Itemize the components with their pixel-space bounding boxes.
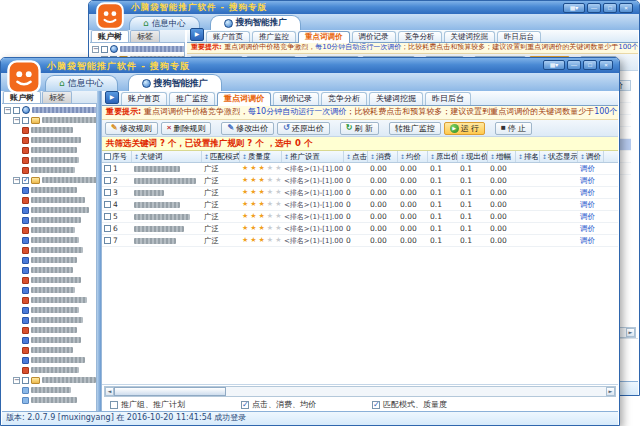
filter-checkbox[interactable]	[110, 401, 118, 409]
row-checkbox[interactable]	[104, 213, 111, 220]
table-row-1[interactable]: 1广泛★★★★★<排名>(1)-[1].00 …00.000.000.10.10…	[102, 163, 618, 175]
tree-item-account[interactable]: −	[90, 44, 184, 54]
table-row-4[interactable]: 4广泛★★★★★<排名>(1)-[1].00 …00.000.000.10.10…	[102, 199, 618, 211]
adjust-price-link[interactable]: 调价	[580, 200, 595, 210]
column-header-1[interactable]: ↕关键词	[132, 151, 202, 162]
tree-item-keyword[interactable]	[2, 275, 96, 285]
nav-arrow-button[interactable]: ▶	[105, 91, 119, 104]
tree-item-keyword[interactable]	[2, 215, 96, 225]
close-button[interactable]: ×	[619, 3, 633, 13]
tree-expander-icon[interactable]: −	[92, 46, 99, 53]
horizontal-scrollbar[interactable]: ◄ ►	[104, 386, 616, 397]
tree-item-account[interactable]: −	[2, 105, 96, 115]
tree-item-campaign[interactable]: −	[2, 175, 96, 185]
scroll-right-icon[interactable]: ►	[606, 387, 615, 396]
subtab-3[interactable]: 调价记录	[273, 92, 319, 105]
tree-item-keyword[interactable]	[2, 135, 96, 145]
subtab-6[interactable]: 昨日后台	[425, 92, 471, 105]
tree-checkbox[interactable]	[22, 177, 29, 184]
subtab-2[interactable]: 重点词调价	[217, 92, 271, 106]
toolbar-button-6[interactable]: ▶运 行	[444, 122, 485, 135]
minimize-button[interactable]: —	[567, 60, 581, 70]
adjust-price-link[interactable]: 调价	[580, 188, 595, 198]
filter-checkbox[interactable]	[241, 401, 249, 409]
select-all-checkbox[interactable]	[104, 153, 111, 160]
subtab-1[interactable]: 推广监控	[169, 92, 215, 105]
tree-item-keyword[interactable]	[2, 255, 96, 265]
column-header-7[interactable]: ↕均价	[398, 151, 428, 162]
tree-expander-icon[interactable]: −	[4, 107, 11, 114]
tree-checkbox[interactable]	[13, 107, 20, 114]
tree-item-keyword[interactable]	[2, 325, 96, 335]
sidebar-tab-1[interactable]: 标签	[130, 30, 160, 42]
table-row-3[interactable]: 3广泛★★★★★<排名>(1)-[1].00 …00.000.000.10.10…	[102, 187, 618, 199]
toolbar-button-1[interactable]: ×删除规则	[161, 122, 212, 135]
sidebar-tab-1[interactable]: 标签	[42, 91, 72, 103]
subtab-0[interactable]: 账户首页	[206, 31, 250, 42]
column-header-6[interactable]: ↕消费	[368, 151, 398, 162]
sidebar-tab-0[interactable]: 账户树	[91, 30, 129, 42]
column-header-5[interactable]: ↕点击	[344, 151, 368, 162]
tree-item-keyword[interactable]	[2, 365, 96, 375]
tree-item-campaign[interactable]: −	[2, 115, 96, 125]
subtab-4[interactable]: 竞争分析	[321, 92, 367, 105]
column-header-4[interactable]: ↕推广设置	[282, 151, 344, 162]
tree-expander-icon[interactable]: −	[13, 177, 20, 184]
window-tab-0[interactable]: ⌂信息中心	[45, 75, 118, 91]
tree-item-keyword[interactable]	[2, 355, 96, 365]
tree-expander-icon[interactable]: −	[13, 377, 20, 384]
close-button[interactable]: ×	[599, 60, 613, 70]
tree-item-keyword[interactable]	[2, 245, 96, 255]
subtab-6[interactable]: 昨日后台	[497, 31, 541, 42]
table-row-5[interactable]: 5广泛★★★★★<排名>(1)-[1].00 …00.000.000.10.10…	[102, 211, 618, 223]
filter-option-0[interactable]: 推广组、推广计划	[110, 399, 185, 410]
filter-option-1[interactable]: 点击、消费、均价	[241, 399, 316, 410]
subtab-5[interactable]: 关键词挖掘	[444, 31, 496, 42]
subtab-4[interactable]: 竞争分析	[398, 31, 442, 42]
tree-item-keyword[interactable]	[2, 205, 96, 215]
table-row-2[interactable]: 2广泛★★★★★<排名>(1)-[1].00 …00.000.000.10.10…	[102, 175, 618, 187]
subtab-2[interactable]: 重点词调价	[298, 31, 350, 43]
tree-expander-icon[interactable]: −	[13, 117, 20, 124]
table-row-6[interactable]: 6广泛★★★★★<排名>(1)-[1].00 …00.000.000.10.10…	[102, 223, 618, 235]
tree-checkbox[interactable]	[101, 46, 108, 53]
toolbar-button-3[interactable]: ↺还原出价	[277, 122, 330, 135]
tree-item-keyword[interactable]	[2, 165, 96, 175]
scroll-left-icon[interactable]: ◄	[105, 387, 114, 396]
subtab-1[interactable]: 推广监控	[252, 31, 296, 42]
tree-item-keyword[interactable]	[2, 265, 96, 275]
maximize-button[interactable]: □	[603, 3, 617, 13]
column-header-10[interactable]: ↕增幅	[488, 151, 516, 162]
skin-button[interactable]: ▦▾	[543, 60, 565, 70]
toolbar-button-2[interactable]: ✎修改出价	[221, 122, 274, 135]
adjust-price-link[interactable]: 调价	[580, 164, 595, 174]
filter-option-2[interactable]: 匹配模式、质量度	[372, 399, 447, 410]
window-tab-1[interactable]: 搜狗智能推广	[128, 74, 222, 91]
bg-titlebar[interactable]: 小脑袋智能推广软件 - 搜狗专版 ▦▾—□×	[89, 1, 639, 14]
column-header-3[interactable]: ↕质量度	[240, 151, 282, 162]
subtab-0[interactable]: 账户首页	[121, 92, 167, 105]
toolbar-button-0[interactable]: ✎修改规则	[105, 122, 158, 135]
column-header-11[interactable]: ↕排名	[516, 151, 540, 162]
filter-checkbox[interactable]	[372, 401, 380, 409]
adjust-price-link[interactable]: 调价	[580, 236, 595, 246]
tree-item-keyword[interactable]	[2, 295, 96, 305]
row-checkbox[interactable]	[104, 189, 111, 196]
tree-checkbox[interactable]	[22, 377, 29, 384]
row-checkbox[interactable]	[104, 177, 111, 184]
toolbar-button-7[interactable]: ■停 止	[495, 122, 532, 135]
tree-item-keyword[interactable]	[2, 155, 96, 165]
tree-item-keyword[interactable]	[2, 345, 96, 355]
fg-titlebar[interactable]: 小脑袋智能推广软件 - 搜狗专版 ▦▾—□×	[1, 58, 619, 73]
table-row-7[interactable]: 7广泛★★★★★<排名>(1)-[1].00 …00.000.000.10.10…	[102, 235, 618, 247]
toolbar-button-5[interactable]: 转推广监控	[389, 122, 441, 135]
scrollbar-thumb[interactable]	[114, 387, 226, 396]
tree-item-keyword[interactable]	[2, 315, 96, 325]
tree-item-keyword[interactable]	[2, 385, 96, 395]
tree-item-keyword[interactable]	[2, 335, 96, 345]
adjust-price-link[interactable]: 调价	[580, 212, 595, 222]
column-header-12[interactable]: ↕状态显示	[540, 151, 578, 162]
scroll-right-icon[interactable]: ►	[626, 328, 635, 337]
adjust-price-link[interactable]: 调价	[580, 224, 595, 234]
tree-item-keyword[interactable]	[2, 305, 96, 315]
